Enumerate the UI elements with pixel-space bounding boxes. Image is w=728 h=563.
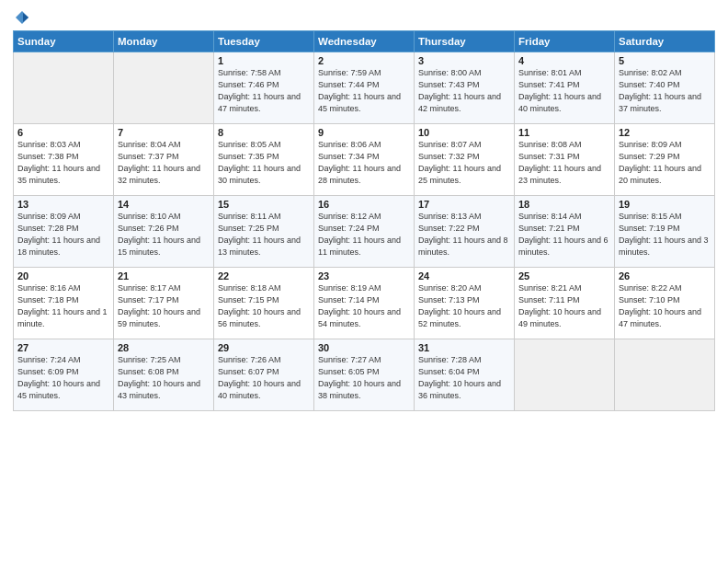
day-cell: 28Sunrise: 7:25 AMSunset: 6:08 PMDayligh… bbox=[114, 339, 214, 411]
day-number: 18 bbox=[518, 199, 610, 210]
day-cell: 3Sunrise: 8:00 AMSunset: 7:43 PMDaylight… bbox=[415, 52, 515, 124]
day-info: Sunrise: 8:14 AMSunset: 7:21 PMDaylight:… bbox=[518, 211, 610, 259]
day-number: 29 bbox=[218, 342, 310, 353]
day-number: 30 bbox=[318, 342, 410, 353]
day-info: Sunrise: 8:19 AMSunset: 7:14 PMDaylight:… bbox=[318, 282, 410, 330]
day-header-wednesday: Wednesday bbox=[314, 31, 415, 52]
day-number: 20 bbox=[17, 270, 109, 282]
day-cell: 4Sunrise: 8:01 AMSunset: 7:41 PMDaylight… bbox=[515, 52, 615, 124]
day-cell: 15Sunrise: 8:11 AMSunset: 7:25 PMDayligh… bbox=[214, 196, 314, 268]
day-cell: 14Sunrise: 8:10 AMSunset: 7:26 PMDayligh… bbox=[114, 196, 214, 268]
day-cell: 29Sunrise: 7:26 AMSunset: 6:07 PMDayligh… bbox=[214, 339, 314, 411]
day-number: 7 bbox=[118, 127, 210, 138]
day-info: Sunrise: 8:01 AMSunset: 7:41 PMDaylight:… bbox=[518, 67, 610, 115]
day-cell bbox=[14, 52, 114, 124]
day-cell: 26Sunrise: 8:22 AMSunset: 7:10 PMDayligh… bbox=[615, 268, 715, 339]
day-cell: 16Sunrise: 8:12 AMSunset: 7:24 PMDayligh… bbox=[314, 196, 415, 268]
day-info: Sunrise: 7:27 AMSunset: 6:05 PMDaylight:… bbox=[318, 354, 410, 402]
day-cell: 6Sunrise: 8:03 AMSunset: 7:38 PMDaylight… bbox=[14, 124, 114, 196]
day-info: Sunrise: 8:09 AMSunset: 7:29 PMDaylight:… bbox=[619, 139, 711, 187]
day-number: 25 bbox=[518, 270, 610, 282]
day-info: Sunrise: 8:05 AMSunset: 7:35 PMDaylight:… bbox=[218, 139, 310, 187]
day-number: 1 bbox=[218, 55, 310, 66]
week-row-4: 20Sunrise: 8:16 AMSunset: 7:18 PMDayligh… bbox=[14, 268, 715, 339]
day-info: Sunrise: 8:22 AMSunset: 7:10 PMDaylight:… bbox=[619, 282, 711, 330]
day-cell: 30Sunrise: 7:27 AMSunset: 6:05 PMDayligh… bbox=[314, 339, 415, 411]
calendar-header: SundayMondayTuesdayWednesdayThursdayFrid… bbox=[14, 31, 715, 52]
day-number: 23 bbox=[318, 270, 410, 282]
header bbox=[13, 9, 715, 23]
day-info: Sunrise: 8:04 AMSunset: 7:37 PMDaylight:… bbox=[118, 139, 210, 187]
day-number: 10 bbox=[418, 127, 510, 138]
day-info: Sunrise: 7:58 AMSunset: 7:46 PMDaylight:… bbox=[218, 67, 310, 115]
day-info: Sunrise: 7:59 AMSunset: 7:44 PMDaylight:… bbox=[318, 67, 410, 115]
logo-icon bbox=[14, 9, 30, 26]
day-number: 16 bbox=[318, 199, 410, 210]
day-cell: 10Sunrise: 8:07 AMSunset: 7:32 PMDayligh… bbox=[415, 124, 515, 196]
day-number: 8 bbox=[218, 127, 310, 138]
week-row-1: 1Sunrise: 7:58 AMSunset: 7:46 PMDaylight… bbox=[14, 52, 715, 124]
day-info: Sunrise: 8:16 AMSunset: 7:18 PMDaylight:… bbox=[17, 282, 109, 330]
day-cell: 8Sunrise: 8:05 AMSunset: 7:35 PMDaylight… bbox=[214, 124, 314, 196]
day-number: 6 bbox=[17, 127, 109, 138]
day-info: Sunrise: 8:08 AMSunset: 7:31 PMDaylight:… bbox=[518, 139, 610, 187]
week-row-5: 27Sunrise: 7:24 AMSunset: 6:09 PMDayligh… bbox=[14, 339, 715, 411]
day-header-tuesday: Tuesday bbox=[214, 31, 314, 52]
day-info: Sunrise: 8:10 AMSunset: 7:26 PMDaylight:… bbox=[118, 211, 210, 259]
day-info: Sunrise: 8:17 AMSunset: 7:17 PMDaylight:… bbox=[118, 282, 210, 330]
day-number: 12 bbox=[619, 127, 711, 138]
day-number: 15 bbox=[218, 199, 310, 210]
days-row: SundayMondayTuesdayWednesdayThursdayFrid… bbox=[14, 31, 715, 52]
day-number: 27 bbox=[17, 342, 109, 353]
day-number: 2 bbox=[318, 55, 410, 66]
day-cell: 27Sunrise: 7:24 AMSunset: 6:09 PMDayligh… bbox=[14, 339, 114, 411]
day-number: 11 bbox=[518, 127, 610, 138]
day-info: Sunrise: 8:02 AMSunset: 7:40 PMDaylight:… bbox=[619, 67, 711, 115]
day-number: 24 bbox=[418, 270, 510, 282]
day-cell: 2Sunrise: 7:59 AMSunset: 7:44 PMDaylight… bbox=[314, 52, 415, 124]
day-cell: 24Sunrise: 8:20 AMSunset: 7:13 PMDayligh… bbox=[415, 268, 515, 339]
day-cell: 23Sunrise: 8:19 AMSunset: 7:14 PMDayligh… bbox=[314, 268, 415, 339]
day-cell: 20Sunrise: 8:16 AMSunset: 7:18 PMDayligh… bbox=[14, 268, 114, 339]
day-header-saturday: Saturday bbox=[615, 31, 715, 52]
day-number: 22 bbox=[218, 270, 310, 282]
day-number: 9 bbox=[318, 127, 410, 138]
day-cell: 9Sunrise: 8:06 AMSunset: 7:34 PMDaylight… bbox=[314, 124, 415, 196]
day-info: Sunrise: 8:09 AMSunset: 7:28 PMDaylight:… bbox=[17, 211, 109, 259]
day-cell: 1Sunrise: 7:58 AMSunset: 7:46 PMDaylight… bbox=[214, 52, 314, 124]
day-number: 14 bbox=[118, 199, 210, 210]
day-cell: 17Sunrise: 8:13 AMSunset: 7:22 PMDayligh… bbox=[415, 196, 515, 268]
day-info: Sunrise: 8:20 AMSunset: 7:13 PMDaylight:… bbox=[418, 282, 510, 330]
day-cell bbox=[114, 52, 214, 124]
day-number: 4 bbox=[518, 55, 610, 66]
day-info: Sunrise: 8:18 AMSunset: 7:15 PMDaylight:… bbox=[218, 282, 310, 330]
day-number: 19 bbox=[619, 199, 711, 210]
day-cell: 18Sunrise: 8:14 AMSunset: 7:21 PMDayligh… bbox=[515, 196, 615, 268]
day-info: Sunrise: 8:06 AMSunset: 7:34 PMDaylight:… bbox=[318, 139, 410, 187]
day-info: Sunrise: 8:13 AMSunset: 7:22 PMDaylight:… bbox=[418, 211, 510, 259]
day-info: Sunrise: 7:26 AMSunset: 6:07 PMDaylight:… bbox=[218, 354, 310, 402]
day-cell: 7Sunrise: 8:04 AMSunset: 7:37 PMDaylight… bbox=[114, 124, 214, 196]
day-header-friday: Friday bbox=[515, 31, 615, 52]
day-cell: 31Sunrise: 7:28 AMSunset: 6:04 PMDayligh… bbox=[415, 339, 515, 411]
day-number: 3 bbox=[418, 55, 510, 66]
calendar-table: SundayMondayTuesdayWednesdayThursdayFrid… bbox=[13, 30, 715, 411]
day-cell: 19Sunrise: 8:15 AMSunset: 7:19 PMDayligh… bbox=[615, 196, 715, 268]
day-info: Sunrise: 8:03 AMSunset: 7:38 PMDaylight:… bbox=[17, 139, 109, 187]
day-cell bbox=[515, 339, 615, 411]
day-info: Sunrise: 8:11 AMSunset: 7:25 PMDaylight:… bbox=[218, 211, 310, 259]
day-header-thursday: Thursday bbox=[415, 31, 515, 52]
day-info: Sunrise: 7:24 AMSunset: 6:09 PMDaylight:… bbox=[17, 354, 109, 402]
day-info: Sunrise: 8:12 AMSunset: 7:24 PMDaylight:… bbox=[318, 211, 410, 259]
logo bbox=[13, 9, 30, 23]
day-cell: 12Sunrise: 8:09 AMSunset: 7:29 PMDayligh… bbox=[615, 124, 715, 196]
day-number: 21 bbox=[118, 270, 210, 282]
day-header-sunday: Sunday bbox=[14, 31, 114, 52]
calendar-body: 1Sunrise: 7:58 AMSunset: 7:46 PMDaylight… bbox=[14, 52, 715, 411]
week-row-3: 13Sunrise: 8:09 AMSunset: 7:28 PMDayligh… bbox=[14, 196, 715, 268]
day-info: Sunrise: 7:28 AMSunset: 6:04 PMDaylight:… bbox=[418, 354, 510, 402]
day-number: 17 bbox=[418, 199, 510, 210]
day-number: 13 bbox=[17, 199, 109, 210]
day-number: 26 bbox=[619, 270, 711, 282]
day-cell: 22Sunrise: 8:18 AMSunset: 7:15 PMDayligh… bbox=[214, 268, 314, 339]
